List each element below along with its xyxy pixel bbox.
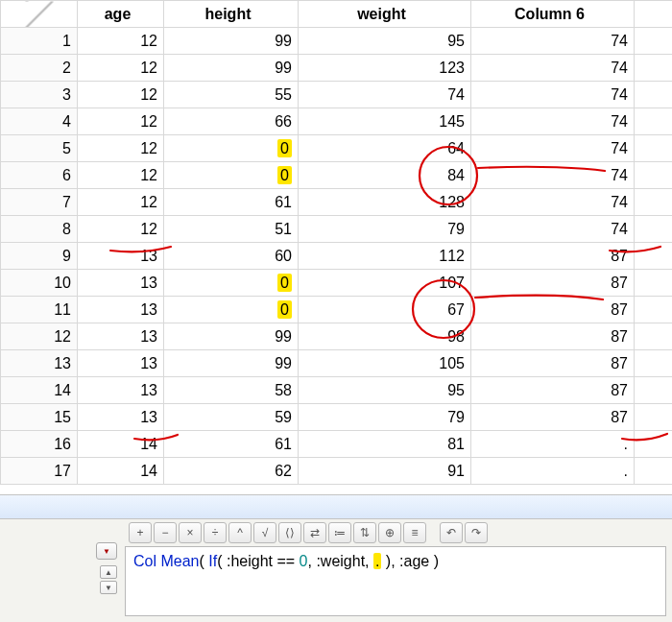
cell-age[interactable]: 13 [78,404,164,431]
row-header[interactable]: 6 [1,162,78,189]
row-header[interactable]: 16 [1,431,78,458]
row-header[interactable]: 2 [1,55,78,82]
table-row[interactable]: 112999574 [1,28,673,55]
cell-weight[interactable]: 145 [299,108,471,135]
cell-col6[interactable]: 87 [471,404,635,431]
cell-col6[interactable]: 74 [471,135,635,162]
toolbar-button[interactable]: + [129,522,152,543]
cell-weight[interactable]: 128 [299,189,471,216]
cell-height[interactable]: 0 [164,162,299,189]
cell-weight[interactable]: 95 [299,377,471,404]
cell-weight[interactable]: 105 [299,350,471,377]
row-header[interactable]: 3 [1,82,78,108]
toolbar-button[interactable]: ⇄ [303,522,326,543]
cell-col6[interactable]: 87 [471,323,635,350]
cell-age[interactable]: 14 [78,431,164,458]
cell-height[interactable]: 61 [164,189,299,216]
row-header[interactable]: 12 [1,323,78,350]
cell-height[interactable]: 58 [164,377,299,404]
cell-age[interactable]: 12 [78,28,164,55]
table-row[interactable]: 17146291. [1,458,673,485]
data-grid[interactable]: age height weight Column 6 1129995742129… [0,0,672,494]
cell-age[interactable]: 13 [78,377,164,404]
step-down-button[interactable]: ▼ [100,581,117,594]
row-header[interactable]: 13 [1,350,78,377]
toolbar-button[interactable]: √ [253,522,276,543]
cell-height[interactable]: 51 [164,216,299,243]
row-header[interactable]: 11 [1,297,78,323]
cell-col6[interactable]: 74 [471,162,635,189]
toolbar-button[interactable]: ⇅ [353,522,376,543]
cell-age[interactable]: 12 [78,55,164,82]
cell-age[interactable]: 13 [78,270,164,297]
cell-weight[interactable]: 95 [299,28,471,55]
cell-col6[interactable]: 87 [471,350,635,377]
table-row[interactable]: 7126112874 [1,189,673,216]
cell-height[interactable]: 66 [164,108,299,135]
cell-height[interactable]: 99 [164,28,299,55]
col-header-age[interactable]: age [78,1,164,28]
cell-col6[interactable]: 87 [471,270,635,297]
toolbar-button[interactable]: ^ [228,522,252,543]
toolbar-button[interactable]: × [179,522,202,543]
cell-weight[interactable]: 123 [299,55,471,82]
cell-col6[interactable]: 74 [471,216,635,243]
toolbar-button[interactable]: ⟨⟩ [278,522,301,543]
cell-height[interactable]: 0 [164,297,299,323]
toolbar-button[interactable]: ÷ [204,522,227,543]
cell-col6[interactable]: . [471,458,635,485]
row-header[interactable]: 10 [1,270,78,297]
cell-height[interactable]: 0 [164,270,299,297]
row-header[interactable]: 7 [1,189,78,216]
cell-height[interactable]: 59 [164,404,299,431]
cell-height[interactable]: 99 [164,350,299,377]
row-header[interactable]: 15 [1,404,78,431]
cell-age[interactable]: 12 [78,82,164,108]
cell-weight[interactable]: 112 [299,243,471,270]
table-row[interactable]: 111306787 [1,297,673,323]
cell-weight[interactable]: 64 [299,135,471,162]
cell-weight[interactable]: 67 [299,297,471,323]
cell-age[interactable]: 12 [78,135,164,162]
cell-age[interactable]: 13 [78,323,164,350]
col-header-col6[interactable]: Column 6 [471,1,635,28]
row-header[interactable]: 8 [1,216,78,243]
cell-weight[interactable]: 84 [299,162,471,189]
cell-height[interactable]: 60 [164,243,299,270]
table-row[interactable]: 1513597987 [1,404,673,431]
table-row[interactable]: 1213999887 [1,323,673,350]
cell-age[interactable]: 12 [78,162,164,189]
cell-height[interactable]: 0 [164,135,299,162]
cell-col6[interactable]: 74 [471,55,635,82]
cell-weight[interactable]: 107 [299,270,471,297]
cell-weight[interactable]: 74 [299,82,471,108]
table-row[interactable]: 1413589587 [1,377,673,404]
formula-editor[interactable]: Col Mean( If( :height == 0, :weight, . )… [125,546,666,616]
table-row[interactable]: 812517974 [1,216,673,243]
cell-height[interactable]: 62 [164,458,299,485]
cell-weight[interactable]: 98 [299,323,471,350]
table-row[interactable]: 1013010787 [1,270,673,297]
cell-col6[interactable]: 87 [471,297,635,323]
cell-age[interactable]: 14 [78,458,164,485]
cell-age[interactable]: 12 [78,189,164,216]
cell-height[interactable]: 61 [164,431,299,458]
table-row[interactable]: 312557474 [1,82,673,108]
cell-weight[interactable]: 81 [299,431,471,458]
cell-col6[interactable]: 74 [471,28,635,55]
cell-col6[interactable]: 74 [471,189,635,216]
row-header[interactable]: 14 [1,377,78,404]
toolbar-button[interactable]: ↶ [440,522,463,543]
cell-age[interactable]: 13 [78,350,164,377]
row-header[interactable]: 1 [1,28,78,55]
row-corner[interactable] [1,1,78,28]
cell-weight[interactable]: 79 [299,404,471,431]
cell-height[interactable]: 55 [164,82,299,108]
table-row[interactable]: 4126614574 [1,108,673,135]
toolbar-button[interactable]: ≡ [403,522,426,543]
cell-height[interactable]: 99 [164,55,299,82]
cell-col6[interactable]: 87 [471,243,635,270]
table-row[interactable]: 16146181. [1,431,673,458]
cell-col6[interactable]: . [471,431,635,458]
cell-weight[interactable]: 79 [299,216,471,243]
